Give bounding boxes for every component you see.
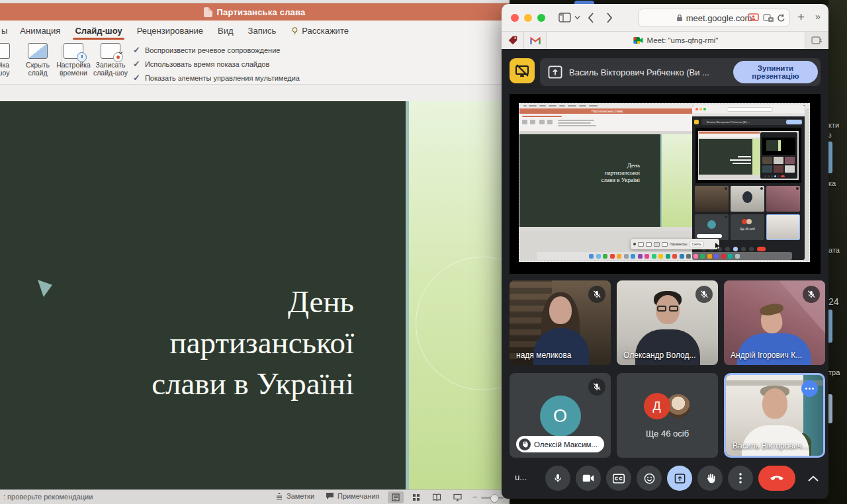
raise-hand-button[interactable]	[697, 466, 723, 491]
present-icon	[548, 65, 562, 79]
participant-tile-4[interactable]: О Олексій Максим...	[510, 373, 611, 458]
self-tile[interactable]: Василь Вікторович...	[724, 373, 825, 458]
more-options-badge[interactable]	[801, 380, 818, 397]
desktop-text-fragment: ата	[828, 246, 840, 254]
normal-view-button[interactable]	[388, 491, 404, 503]
more-options-button[interactable]	[728, 466, 753, 491]
setup-slideshow-label-2: д-шоу	[0, 69, 20, 77]
mini-dock-app-icon	[721, 254, 726, 259]
stop-presentation-line1: Зупинити	[758, 64, 793, 72]
checkbox-show-media-controls[interactable]: ✓ Показать элементы управления мультимед…	[133, 73, 300, 83]
mini-mini-tile	[774, 157, 783, 164]
tab-overview-button[interactable]	[805, 32, 828, 49]
tab-review[interactable]: Рецензирование	[130, 21, 210, 40]
checkbox-label: Воспроизвести речевое сопровождение	[145, 46, 281, 54]
mini-warning-icon	[694, 120, 699, 124]
stop-presentation-button[interactable]: Зупинити презентацію	[733, 61, 818, 83]
checkmark-icon: ✓	[133, 45, 140, 55]
notes-toggle[interactable]: Заметки	[275, 492, 314, 500]
mic-off-icon	[588, 286, 605, 303]
mini-dock-app-icon	[735, 254, 740, 259]
address-bar-icons	[748, 13, 785, 22]
slide[interactable]: День партизанської слави в Україні	[0, 101, 510, 489]
zoom-out-button[interactable]: −	[472, 492, 478, 502]
mini-dock-app-icon	[700, 254, 705, 259]
participant-tile-1[interactable]: надя меликова	[510, 280, 611, 365]
slide-title-line3: слави в Україні	[152, 363, 354, 404]
active-tab-meet[interactable]: Meet: "ums-qfng-rmi"	[547, 32, 805, 49]
mini-dock-app-icon	[603, 254, 607, 259]
slide-title: День партизанської слави в Україні	[152, 281, 354, 404]
mini-dock-app-icon	[652, 254, 656, 259]
screen-share-stage[interactable]: Партизанська слава День партизанської сл…	[510, 94, 821, 274]
mic-button[interactable]	[545, 466, 570, 491]
end-call-button[interactable]	[758, 466, 795, 491]
rehearse-timings-button[interactable]: Настройка времени	[54, 43, 93, 77]
tab-tellme-label: Расскажите	[302, 26, 349, 36]
slideshow-view-button[interactable]	[449, 491, 465, 503]
tab-record[interactable]: Запись	[241, 21, 284, 40]
mini-dock-app-icon	[666, 254, 670, 259]
reactions-button[interactable]	[637, 466, 662, 491]
pinned-tab-gmail[interactable]	[524, 32, 547, 49]
hide-slide-button[interactable]: Скрыть слайд	[19, 43, 57, 77]
presentation-warning-icon[interactable]	[510, 58, 535, 83]
comments-toggle[interactable]: Примечания	[326, 492, 380, 500]
chevron-down-icon[interactable]	[118, 50, 124, 56]
back-icon[interactable]	[588, 13, 594, 23]
participant-name: надя меликова	[516, 351, 571, 360]
participant-tile-3[interactable]: Андрій Ігорович К...	[724, 280, 825, 365]
raised-hand-pill: Олексій Максим...	[516, 436, 604, 452]
url-text: meet.google.com	[686, 13, 752, 23]
setup-slideshow-button[interactable]: ройка д-шоу	[0, 43, 20, 77]
camera-button[interactable]	[576, 466, 601, 491]
slide-title-line1: День	[152, 281, 354, 322]
presenter-name: Василь Вікторович Рябченко (Ви ...	[569, 67, 727, 77]
checkbox-label: Показать элементы управления мультимедиа	[145, 74, 300, 82]
mini-dock-app-icon	[596, 254, 601, 259]
mini-mini-tile	[762, 157, 772, 164]
new-tab-button[interactable]: +	[797, 10, 805, 24]
overflow-tile[interactable]: Д Ще 46 осіб	[617, 373, 718, 458]
mini-slide-strip	[660, 134, 695, 227]
address-bar[interactable]: meet.google.com	[638, 9, 790, 27]
tab-transitions-cut[interactable]: ы	[0, 21, 13, 40]
captions-button[interactable]	[606, 466, 631, 491]
present-button[interactable]	[667, 466, 692, 491]
tab-slideshow[interactable]: Слайд-шоу	[67, 21, 129, 40]
checkbox-play-narrations[interactable]: ✓ Воспроизвести речевое сопровождение	[133, 45, 280, 55]
hand-icon	[519, 439, 531, 450]
minimize-window-button[interactable]	[524, 14, 532, 22]
pinned-tab-1[interactable]	[502, 32, 524, 49]
zoom-slider[interactable]	[481, 497, 504, 499]
stop-presentation-line2: презентацію	[752, 72, 799, 80]
tab-view[interactable]: Вид	[210, 21, 241, 40]
zoom-window-button[interactable]	[537, 14, 545, 22]
show-all-tabs-chevrons[interactable]: »	[815, 11, 819, 22]
sidebar-icon[interactable]	[558, 13, 571, 22]
collapse-controls-button[interactable]	[801, 466, 826, 491]
forward-icon[interactable]	[606, 13, 613, 23]
screen-sharing-indicator-icon[interactable]	[748, 13, 760, 22]
slide-sorter-view-button[interactable]	[408, 491, 424, 503]
record-slideshow-label-1: Записать	[91, 61, 130, 69]
others-count-label: Ще 46 осіб	[617, 429, 718, 439]
reading-view-button[interactable]	[429, 491, 445, 503]
avatar-stack: Д	[644, 393, 691, 419]
tab-animation[interactable]: Анимация	[13, 21, 67, 40]
reload-icon[interactable]	[777, 14, 785, 22]
translate-badge-icon[interactable]	[763, 14, 774, 22]
record-slideshow-button[interactable]: Записать слайд-шоу	[91, 43, 130, 77]
mini-mac-capture-toolbar: Параметры Снять	[631, 239, 719, 249]
accessibility-status[interactable]: : проверьте рекомендации	[3, 493, 93, 501]
checkbox-use-timings[interactable]: ✓ Использовать время показа слайдов	[133, 59, 269, 69]
close-window-button[interactable]	[511, 14, 519, 22]
ppt-titlebar[interactable]: Партизанська слава	[0, 3, 510, 21]
chevron-down-icon[interactable]	[574, 15, 580, 20]
desktop-text-fragment: кти	[828, 121, 839, 129]
mini-ppt-ribbon	[519, 114, 695, 131]
participant-tile-2[interactable]: Олександр Волод...	[617, 280, 718, 365]
mini-ppt-titlebar: Партизанська слава	[519, 108, 695, 114]
desktop-text-fragment: 24	[828, 296, 839, 307]
tab-tellme[interactable]: Расскажите	[283, 21, 356, 40]
